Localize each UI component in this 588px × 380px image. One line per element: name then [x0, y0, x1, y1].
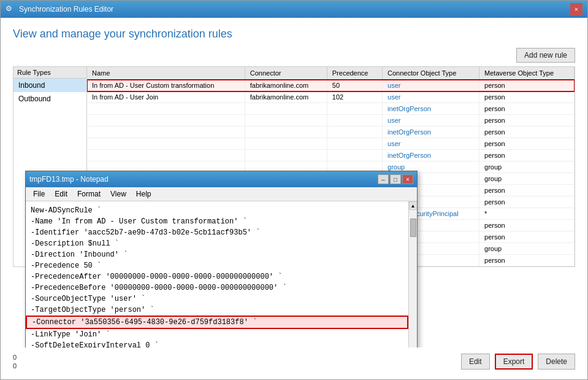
- cell-0: [87, 126, 245, 138]
- cell-1: [245, 138, 327, 150]
- cell-3: inetOrgPerson: [383, 126, 479, 138]
- notepad-window: tmpFD13.tmp - Notepad – □ × File Edit Fo…: [25, 171, 418, 347]
- notepad-title-text: tmpFD13.tmp - Notepad: [29, 175, 109, 184]
- cell-1: [245, 126, 327, 138]
- cell-4: person: [479, 255, 575, 266]
- cell-0: In from AD - User Join: [87, 91, 245, 103]
- cell-4: *: [479, 208, 575, 220]
- cell-4: person: [479, 150, 575, 161]
- cell-0: [87, 150, 245, 161]
- cell-0: [87, 115, 245, 126]
- cell-1: fabrikamonline.com: [245, 91, 327, 103]
- zero-label-2: 0: [13, 362, 17, 370]
- table-row[interactable]: In from AD - User Custom transformationf…: [87, 80, 575, 91]
- cell-3: inetOrgPerson: [383, 150, 479, 161]
- cell-3: user: [383, 138, 479, 150]
- scrollbar-thumb[interactable]: [410, 219, 416, 237]
- cell-2: [327, 126, 382, 138]
- notepad-menu: File Edit Format View Help: [26, 187, 417, 201]
- cell-2: [327, 103, 382, 115]
- cell-2: 102: [327, 91, 382, 103]
- cell-3: user: [383, 91, 479, 103]
- notepad-scrollbar: ▲ ▼: [408, 201, 417, 347]
- notepad-title-bar: tmpFD13.tmp - Notepad – □ ×: [26, 171, 417, 187]
- table-row[interactable]: userperson: [87, 115, 575, 126]
- notepad-text-area[interactable]: New-ADSyncRule `-Name 'In from AD - User…: [26, 201, 408, 347]
- main-area: Rule Types Inbound Outbound Name: [13, 66, 575, 347]
- col-metaverse-object-type: Metaverse Object Type: [479, 67, 575, 80]
- col-name: Name: [87, 67, 245, 80]
- cell-4: person: [479, 196, 575, 208]
- cell-3: user: [383, 115, 479, 126]
- notepad-menu-format[interactable]: Format: [72, 188, 105, 200]
- cell-1: [245, 150, 327, 161]
- cell-4: person: [479, 185, 575, 196]
- zero-label-1: 0: [13, 354, 17, 361]
- rule-types-header: Rule Types: [13, 67, 86, 79]
- notepad-menu-file[interactable]: File: [28, 188, 50, 200]
- bottom-area: 0 0 Edit Export Delete: [13, 350, 575, 370]
- cell-4: person: [479, 80, 575, 91]
- delete-button[interactable]: Delete: [538, 354, 575, 370]
- page-heading: View and manage your synchronization rul…: [13, 28, 575, 41]
- notepad-win-buttons: – □ ×: [378, 174, 413, 184]
- cell-4: person: [479, 115, 575, 126]
- cell-4: person: [479, 91, 575, 103]
- cell-4: person: [479, 103, 575, 115]
- toolbar-row: Add new rule: [13, 48, 575, 63]
- cell-2: [327, 150, 382, 161]
- title-bar-left: ⚙ Synchronization Rules Editor: [6, 4, 113, 14]
- col-precedence: Precedence: [327, 67, 382, 80]
- main-window: ⚙ Synchronization Rules Editor × View an…: [0, 0, 588, 380]
- window-title: Synchronization Rules Editor: [19, 5, 113, 14]
- cell-1: fabrikamonline.com: [245, 80, 327, 91]
- cell-2: [327, 115, 382, 126]
- cell-2: 50: [327, 80, 382, 91]
- edit-button[interactable]: Edit: [461, 354, 490, 370]
- cell-0: In from AD - User Custom transformation: [87, 80, 245, 91]
- col-connector: Connector: [245, 67, 327, 80]
- cell-4: person: [479, 138, 575, 150]
- cell-2: [327, 138, 382, 150]
- export-button[interactable]: Export: [495, 354, 533, 370]
- table-row[interactable]: inetOrgPersonperson: [87, 150, 575, 161]
- table-row[interactable]: inetOrgPersonperson: [87, 103, 575, 115]
- cell-4: group: [479, 173, 575, 185]
- notepad-content: New-ADSyncRule `-Name 'In from AD - User…: [26, 201, 417, 347]
- cell-3: user: [383, 80, 479, 91]
- notepad-menu-view[interactable]: View: [105, 188, 131, 200]
- cell-4: person: [479, 220, 575, 231]
- notepad-menu-help[interactable]: Help: [131, 188, 156, 200]
- add-new-rule-button[interactable]: Add new rule: [516, 48, 575, 63]
- cell-3: inetOrgPerson: [383, 103, 479, 115]
- bottom-buttons: Edit Export Delete: [461, 354, 575, 370]
- cell-0: [87, 138, 245, 150]
- sidebar-item-outbound[interactable]: Outbound: [13, 92, 86, 106]
- notepad-maximize-button[interactable]: □: [390, 174, 401, 184]
- cell-4: person: [479, 126, 575, 138]
- scroll-up-button[interactable]: ▲: [409, 201, 418, 210]
- table-row[interactable]: inetOrgPersonperson: [87, 126, 575, 138]
- cell-4: group: [479, 161, 575, 173]
- table-row[interactable]: userperson: [87, 138, 575, 150]
- table-row[interactable]: In from AD - User Joinfabrikamonline.com…: [87, 91, 575, 103]
- cell-1: [245, 115, 327, 126]
- zero-labels: 0 0: [13, 352, 17, 370]
- cell-0: [87, 103, 245, 115]
- sidebar-item-inbound[interactable]: Inbound: [13, 79, 86, 92]
- cell-4: person: [479, 231, 575, 243]
- content-area: View and manage your synchronization rul…: [1, 18, 587, 379]
- notepad-close-button[interactable]: ×: [402, 174, 413, 184]
- notepad-menu-edit[interactable]: Edit: [50, 188, 72, 200]
- app-icon: ⚙: [6, 4, 15, 14]
- cell-4: group: [479, 243, 575, 255]
- close-button[interactable]: ×: [570, 3, 582, 15]
- col-connector-object-type: Connector Object Type: [383, 67, 479, 80]
- cell-1: [245, 103, 327, 115]
- title-bar: ⚙ Synchronization Rules Editor ×: [1, 1, 587, 18]
- notepad-minimize-button[interactable]: –: [378, 174, 389, 184]
